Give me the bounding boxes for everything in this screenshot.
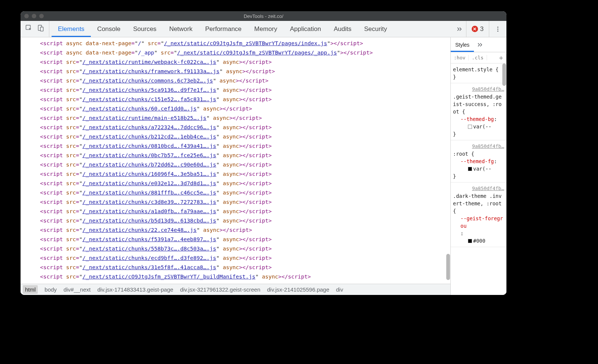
panel-tab-application[interactable]: Application [284, 21, 327, 37]
dom-node[interactable]: <script src="/_next/static/chunks/e032e1… [24, 179, 450, 188]
color-swatch[interactable] [468, 239, 472, 243]
dom-node[interactable]: <script src="/_next/static/chunks/16096f… [24, 169, 450, 179]
svg-point-3 [497, 27, 499, 28]
style-rule: element.style { } [451, 63, 506, 83]
dom-node[interactable]: <script src="/_next/static/chunks/0bc7b5… [24, 151, 450, 160]
color-swatch[interactable] [468, 125, 472, 129]
panel-tab-security[interactable]: Security [358, 21, 393, 37]
dom-node[interactable]: <script src="/_next/static/cO9JtgJsfm_zS… [24, 272, 450, 281]
panel-tab-network[interactable]: Network [163, 21, 199, 37]
dom-node[interactable]: <script src="/_next/static/chunks/b5d13d… [24, 216, 450, 225]
styles-tab[interactable]: Styles [451, 37, 474, 52]
dom-node[interactable]: <script src="/_next/static/chunks/22.ce7… [24, 225, 450, 235]
dom-node[interactable]: <script src="/_next/static/chunks/a72232… [24, 123, 450, 132]
more-sidebar-tabs[interactable] [474, 37, 486, 52]
svg-point-5 [497, 30, 499, 31]
styles-filter-row: :hov .cls + [451, 52, 506, 63]
hover-toggle[interactable]: :hov [451, 55, 469, 60]
device-toolbar-icon[interactable] [37, 24, 44, 34]
rule-selector[interactable]: .dark-theme .invert-theme, :root { [453, 192, 504, 215]
dom-node[interactable]: <script src="/_next/static/runtime/webpa… [24, 57, 450, 67]
zoom-window-button[interactable] [39, 14, 44, 18]
style-rule: 9a850df4fb… :root { --themed-fg: var(-- … [451, 140, 506, 183]
css-property-value[interactable]: var(-- [473, 166, 491, 172]
css-property-name[interactable]: --geist-foregrou [460, 215, 503, 229]
dom-node[interactable]: <script async data-next-page="/_app" src… [24, 48, 450, 57]
dom-node[interactable]: <script src="/_next/static/chunks/a1ad0f… [24, 207, 450, 216]
dom-node[interactable]: <script src="/_next/static/chunks/b72dd6… [24, 160, 450, 169]
inspect-element-icon[interactable] [25, 24, 33, 34]
breadcrumb-item[interactable]: div#__next [64, 286, 91, 293]
elements-panel: <script async data-next-page="/" src="/_… [21, 37, 450, 295]
class-toggle[interactable]: .cls [469, 55, 487, 60]
dom-node[interactable]: <script src="/_next/static/chunks/c151e5… [24, 95, 450, 104]
dom-node[interactable]: <script src="/_next/static/chunks/f5391a… [24, 235, 450, 244]
more-tabs-button[interactable] [453, 21, 466, 37]
style-rule: 9a850df4fb… .geist-themed.geist-success,… [451, 83, 506, 140]
dom-node[interactable]: <script src="/_next/static/chunks/558b73… [24, 244, 450, 253]
dom-node[interactable]: <script src="/_next/static/runtime/main-… [24, 113, 450, 123]
css-property-name[interactable]: --themed-fg [460, 158, 494, 164]
dom-node[interactable]: <script src="/_next/static/chunks/31e5f8… [24, 263, 450, 272]
color-swatch[interactable] [468, 167, 472, 171]
dom-tree[interactable]: <script async data-next-page="/" src="/_… [21, 37, 450, 284]
svg-point-4 [497, 28, 499, 29]
dom-node[interactable]: <script async data-next-page="/" src="/_… [24, 39, 450, 48]
breadcrumb-bar: htmlbodydiv#__nextdiv.jsx-1714833413.gei… [21, 284, 450, 295]
minimize-window-button[interactable] [32, 14, 36, 18]
elements-scrollbar[interactable] [446, 254, 450, 280]
dom-node[interactable]: <script src="/_next/static/chunks/common… [24, 76, 450, 85]
css-property-value[interactable]: var(-- [473, 124, 491, 130]
sidebar-tabs: Styles [451, 37, 506, 52]
rule-selector[interactable]: :root { [453, 150, 504, 158]
rule-selector[interactable]: .geist-themed.geist-success, :root { [453, 93, 504, 115]
devtools-window: DevTools - zeit.co/ ElementsConsoleSourc… [21, 11, 506, 295]
new-style-rule-button[interactable]: + [496, 54, 506, 62]
settings-menu-button[interactable] [489, 21, 506, 37]
dom-node[interactable]: <script src="/_next/static/chunks/5ca913… [24, 85, 450, 95]
error-counter[interactable]: ✕ 3 [466, 21, 489, 37]
style-rule: 9a850df4fb… .dark-theme .invert-theme, :… [451, 183, 506, 247]
dom-node[interactable]: <script src="/_next/static/chunks/ecd9bf… [24, 253, 450, 263]
breadcrumb-item[interactable]: div [336, 286, 343, 293]
styles-scrollbar[interactable] [502, 63, 506, 86]
breadcrumb-item[interactable]: html [23, 285, 38, 294]
styles-sidebar: Styles :hov .cls + element.style { } 9a8… [450, 37, 506, 295]
inspector-tools [21, 21, 49, 37]
panel-tab-memory[interactable]: Memory [248, 21, 283, 37]
svg-rect-2 [40, 27, 43, 31]
panel-tab-audits[interactable]: Audits [327, 21, 358, 37]
dom-node[interactable]: <script src="/_next/static/chunks/framew… [24, 67, 450, 76]
dom-node[interactable]: <script src="/_next/static/chunks/b212cd… [24, 132, 450, 141]
rule-source-link[interactable]: 9a850df4fb… [453, 85, 504, 93]
traffic-lights [24, 14, 44, 18]
panel-tab-console[interactable]: Console [91, 21, 127, 37]
panel-tab-performance[interactable]: Performance [199, 21, 248, 37]
css-property-name[interactable]: --themed-bg [460, 116, 494, 122]
close-window-button[interactable] [24, 14, 29, 18]
dom-node[interactable]: <script src="/_next/static/chunks/0810bc… [24, 141, 450, 151]
breadcrumb-item[interactable]: body [44, 286, 57, 293]
window-title: DevTools - zeit.co/ [21, 13, 506, 19]
dom-node[interactable]: <script src="/_next/static/chunks/c3d8e3… [24, 197, 450, 207]
rule-source-link[interactable]: 9a850df4fb… [453, 185, 504, 192]
dom-node[interactable]: <script src="/_next/static/chunks/881fff… [24, 188, 450, 197]
rule-selector[interactable]: element.style { [453, 66, 504, 73]
breadcrumb-item[interactable]: div.jsx-3217961322.geist-screen [180, 286, 261, 293]
css-property-value[interactable]: #000 [473, 238, 486, 244]
devtools-body: <script async data-next-page="/" src="/_… [21, 37, 506, 295]
rule-source-link[interactable]: 9a850df4fb… [453, 143, 504, 150]
style-rules[interactable]: element.style { } 9a850df4fb… .geist-the… [451, 63, 506, 295]
main-toolbar: ElementsConsoleSourcesNetworkPerformance… [21, 21, 506, 37]
panel-tab-sources[interactable]: Sources [127, 21, 163, 37]
panel-tab-elements[interactable]: Elements [52, 21, 91, 37]
panel-tabs: ElementsConsoleSourcesNetworkPerformance… [49, 21, 453, 37]
breadcrumb-item[interactable]: div.jsx-2141025596.page [267, 286, 330, 293]
error-count: 3 [480, 25, 484, 33]
titlebar: DevTools - zeit.co/ [21, 11, 506, 21]
breadcrumb-item[interactable]: div.jsx-1714833413.geist-page [97, 286, 173, 293]
error-icon: ✕ [472, 26, 478, 32]
dom-node[interactable]: <script src="/_next/static/chunks/60.cef… [24, 104, 450, 113]
